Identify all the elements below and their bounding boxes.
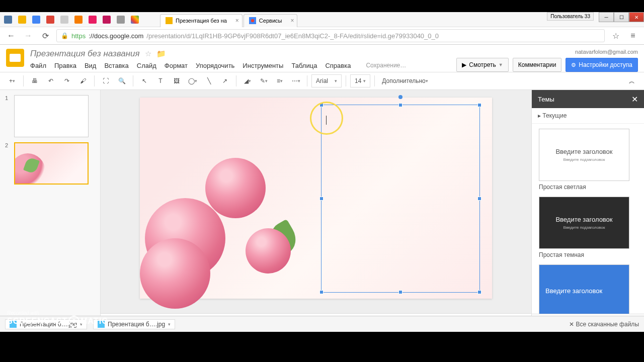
url-host: ://docs.google.com <box>89 32 143 40</box>
theme-name: Простая темная <box>539 251 637 258</box>
font-selector[interactable]: Arial▾ <box>311 74 342 87</box>
bookmark-gmail-icon[interactable] <box>46 16 54 24</box>
menu-table[interactable]: Таблица <box>291 62 317 69</box>
menu-edit[interactable]: Правка <box>54 62 76 69</box>
slide-number: 1 <box>5 95 10 137</box>
resize-handle[interactable] <box>319 290 324 294</box>
line-dash-button[interactable]: ⋯▾ <box>289 74 303 88</box>
font-size-selector[interactable]: 14▾ <box>350 74 370 87</box>
resize-handle[interactable] <box>398 290 403 294</box>
print-button[interactable]: 🖶 <box>28 74 42 88</box>
bookmark-google-icon[interactable] <box>131 16 139 24</box>
bookmark-icon[interactable] <box>60 16 68 24</box>
slide-thumbnail-2[interactable] <box>14 142 89 185</box>
textbox-tool[interactable]: T <box>153 74 168 88</box>
resize-handle[interactable] <box>319 197 324 201</box>
current-slide[interactable] <box>140 98 492 299</box>
resize-handle[interactable] <box>477 290 481 294</box>
theme-item-blue[interactable]: Введите заголовок <box>539 264 637 314</box>
theme-item-light[interactable]: Введите заголовок Введите подзаголовок П… <box>539 129 637 191</box>
menu-view[interactable]: Вид <box>85 62 97 69</box>
chrome-user-label[interactable]: Пользователь 33 <box>547 12 594 21</box>
bookmark-vk-icon[interactable] <box>4 16 12 24</box>
folder-icon[interactable]: 📁 <box>156 49 166 58</box>
present-button[interactable]: ▶ Смотреть ▼ <box>456 58 508 72</box>
collapse-toolbar-button[interactable]: ︽ <box>625 74 639 88</box>
slide-thumbnail-1[interactable] <box>14 95 89 137</box>
menu-format[interactable]: Формат <box>165 62 188 69</box>
bookmark-icon[interactable] <box>103 16 111 24</box>
resize-handle[interactable] <box>477 103 481 107</box>
star-icon[interactable]: ☆ <box>145 49 151 58</box>
rotate-handle[interactable] <box>398 95 403 99</box>
window-minimize-button[interactable]: ─ <box>599 12 614 22</box>
favicon-icon <box>249 17 256 24</box>
menu-slide[interactable]: Слайд <box>137 62 156 69</box>
zoom-button[interactable]: 🔍 <box>115 74 129 88</box>
fill-color-button[interactable]: ◢▾ <box>240 74 255 88</box>
bookmark-icon[interactable] <box>18 16 26 24</box>
redo-button[interactable]: ↷ <box>60 74 74 88</box>
browser-tab-active[interactable]: Презентация без на × <box>160 14 243 27</box>
shape-tool[interactable]: ◯▾ <box>186 74 200 88</box>
line-tool[interactable]: ╲ <box>202 74 216 88</box>
new-slide-button[interactable]: +▾ <box>5 74 19 88</box>
bookmark-blogger-icon[interactable] <box>74 16 83 24</box>
resize-handle[interactable] <box>398 103 403 107</box>
show-all-downloads[interactable]: ✕ Все скачанные файлы <box>569 321 639 328</box>
select-tool[interactable]: ↖ <box>137 74 151 88</box>
slide-canvas[interactable] <box>101 90 531 313</box>
user-email[interactable]: natavarfolom@gmail.com <box>575 49 638 55</box>
window-close-button[interactable]: ✕ <box>629 12 644 22</box>
reload-button[interactable]: ⟳ <box>39 30 51 42</box>
comments-button[interactable]: Комментарии <box>513 58 562 72</box>
browser-tab[interactable]: Сервисы × <box>244 14 298 27</box>
zoom-fit-button[interactable]: ⛶ <box>99 74 113 88</box>
more-formatting-button[interactable]: Дополнительно ▾ <box>379 74 431 88</box>
themes-subheader: ▸ Текущие <box>532 108 644 124</box>
star-icon[interactable]: ☆ <box>610 30 622 42</box>
back-button[interactable]: ← <box>5 30 17 42</box>
line-weight-button[interactable]: ≡▾ <box>273 74 287 88</box>
menu-file[interactable]: Файл <box>30 62 46 69</box>
tab-close-icon[interactable]: × <box>290 17 294 24</box>
rose-graphic <box>246 228 291 274</box>
tab-close-icon[interactable]: × <box>235 17 239 24</box>
menu-help[interactable]: Справка <box>325 62 351 69</box>
menu-icon[interactable]: ≡ <box>627 30 639 42</box>
share-button[interactable]: ⚙ Настройки доступа <box>566 58 638 72</box>
slide-number: 2 <box>5 142 10 185</box>
address-bar[interactable]: 🔒 https://docs.google.com/presentation/d… <box>56 29 605 42</box>
resize-handle[interactable] <box>477 197 481 201</box>
textbox-selection[interactable] <box>321 105 480 293</box>
themes-panel-title: Темы <box>538 96 554 103</box>
menu-tools[interactable]: Инструменты <box>243 62 283 69</box>
resize-handle[interactable] <box>319 103 324 107</box>
menu-bar: Файл Правка Вид Вставка Слайд Формат Упо… <box>30 62 450 69</box>
menu-insert[interactable]: Вставка <box>104 62 128 69</box>
rose-graphic <box>140 238 210 309</box>
image-tool[interactable]: 🖼 <box>170 74 184 88</box>
bookmark-icon[interactable] <box>117 16 125 24</box>
bookmark-icon[interactable] <box>32 16 40 24</box>
url-path: /presentation/d/1LqIR1HB-9GP6vjF908R6dt0… <box>146 32 439 40</box>
line-color-button[interactable]: ✎▾ <box>257 74 271 88</box>
text-cursor-icon <box>326 116 327 125</box>
forward-button[interactable]: → <box>22 30 34 42</box>
slides-logo-icon[interactable] <box>6 49 24 67</box>
arrow-tool[interactable]: ↗ <box>218 74 232 88</box>
screencast-watermark: Recorded with SCREENCAST MATIC <box>7 310 108 327</box>
lock-icon: 🔒 <box>61 32 68 39</box>
paint-format-button[interactable]: 🖌 <box>76 74 90 88</box>
address-bar-row: ← → ⟳ 🔒 https://docs.google.com/presenta… <box>0 27 644 44</box>
menu-arrange[interactable]: Упорядочить <box>196 62 234 69</box>
themes-panel: Темы ✕ ▸ Текущие Введите заголовок Введи… <box>531 90 644 331</box>
document-title[interactable]: Презентация без названия <box>30 49 140 59</box>
saving-status: Сохранение… <box>366 62 406 69</box>
undo-button[interactable]: ↶ <box>44 74 58 88</box>
theme-item-dark[interactable]: Введите заголовок Введите подзаголовок П… <box>539 197 637 258</box>
slides-favicon-icon <box>166 17 173 24</box>
window-maximize-button[interactable]: ☐ <box>614 12 629 22</box>
close-icon[interactable]: ✕ <box>631 95 638 104</box>
bookmark-icon[interactable] <box>89 16 97 24</box>
